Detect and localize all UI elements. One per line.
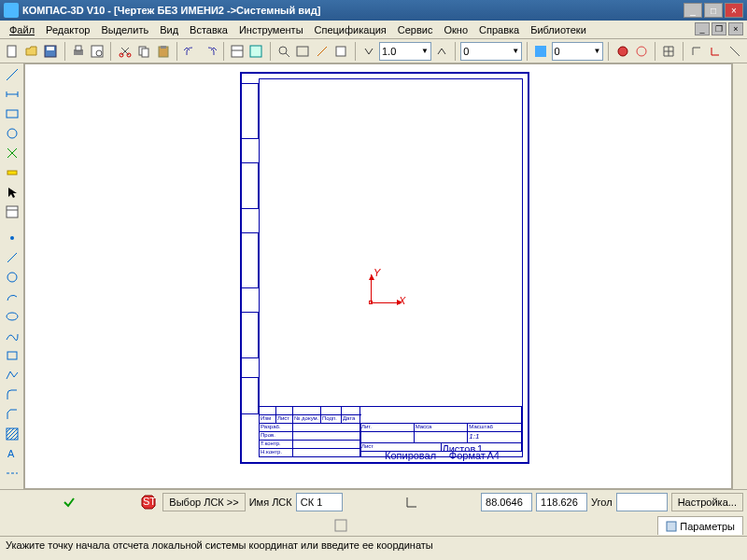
- svg-rect-15: [250, 46, 261, 57]
- undo-button[interactable]: [182, 41, 200, 62]
- mdi-minimize[interactable]: _: [695, 22, 710, 35]
- dimensions-tool[interactable]: [2, 85, 22, 104]
- measure-tool[interactable]: [2, 163, 22, 182]
- cut-button[interactable]: [116, 41, 134, 62]
- select-lcs-button[interactable]: Выбор ЛСК >>: [162, 493, 245, 511]
- zoom-fit-button[interactable]: [294, 41, 312, 62]
- svg-rect-23: [7, 110, 18, 118]
- menu-edit[interactable]: Редактор: [40, 22, 95, 37]
- text-tool[interactable]: A: [2, 444, 22, 463]
- preview-button[interactable]: [89, 41, 106, 62]
- menu-select[interactable]: Выделить: [95, 22, 154, 37]
- ortho-button[interactable]: [688, 41, 706, 62]
- svg-point-22: [637, 47, 646, 56]
- zoom-scale-button[interactable]: [314, 41, 331, 62]
- angle-input[interactable]: [616, 493, 668, 511]
- xy-icon[interactable]: [402, 493, 422, 511]
- state-input[interactable]: [463, 46, 510, 57]
- svg-point-24: [7, 129, 17, 138]
- redo-button[interactable]: [201, 41, 218, 62]
- menu-file[interactable]: Файл: [4, 22, 40, 37]
- scale-up[interactable]: [433, 41, 451, 62]
- statusbar: Укажите точку начала отсчета локальной с…: [0, 536, 747, 553]
- status-text: Укажите точку начала отсчета локальной с…: [6, 539, 433, 551]
- menu-window[interactable]: Окно: [438, 22, 473, 37]
- snap-end-button[interactable]: [613, 41, 631, 62]
- print-button[interactable]: [69, 41, 87, 62]
- drawing-canvas[interactable]: ИзмЛист№ докум.Подп.Дата Разраб. Пров. Т…: [24, 63, 732, 489]
- stop-button[interactable]: STOP: [138, 492, 159, 512]
- minimize-button[interactable]: _: [684, 3, 702, 18]
- vertical-scrollbar[interactable]: [732, 63, 747, 489]
- fillet-tool[interactable]: [2, 385, 22, 404]
- scale-combo[interactable]: ▼: [379, 42, 431, 61]
- settings-button[interactable]: Настройка...: [671, 493, 743, 511]
- circle-tool[interactable]: [2, 268, 22, 287]
- paste-button[interactable]: [154, 41, 172, 62]
- open-button[interactable]: [23, 41, 41, 62]
- new-button[interactable]: [4, 41, 21, 62]
- angle-label: Угол: [591, 497, 613, 508]
- coord-y-input[interactable]: [536, 493, 587, 511]
- state-combo[interactable]: ▼: [460, 42, 522, 61]
- sheet-frame: ИзмЛист№ докум.Подп.Дата Разраб. Пров. Т…: [240, 72, 529, 464]
- create-icon[interactable]: [59, 493, 79, 511]
- manager-button[interactable]: [229, 41, 247, 62]
- rect-tool[interactable]: [2, 346, 22, 365]
- notation-tool[interactable]: [2, 105, 22, 123]
- variables-button[interactable]: [247, 41, 265, 62]
- polyline-tool[interactable]: [2, 366, 22, 385]
- menu-view[interactable]: Вид: [154, 22, 184, 37]
- parameters-tab[interactable]: Параметры: [657, 516, 743, 535]
- color-swatch[interactable]: [532, 41, 550, 62]
- lcs-name-input[interactable]: [296, 493, 343, 511]
- mdi-close[interactable]: ×: [728, 22, 743, 35]
- grid-button[interactable]: [660, 41, 678, 62]
- point-tool[interactable]: [2, 229, 22, 247]
- menu-libs[interactable]: Библиотеки: [525, 22, 592, 37]
- copy-button[interactable]: [135, 41, 153, 62]
- axis-tool[interactable]: [2, 464, 22, 483]
- title-block-left: ИзмЛист№ докум.Подп.Дата Разраб. Пров. Т…: [259, 406, 361, 457]
- spec-tool[interactable]: [2, 203, 22, 221]
- ellipse-tool[interactable]: [2, 307, 22, 326]
- svg-rect-10: [142, 49, 148, 57]
- layer-combo[interactable]: ▼: [552, 42, 604, 61]
- coord-x-input[interactable]: [481, 493, 532, 511]
- window-title: КОМПАС-3D V10 - [Чертеж БЕЗ ИМЕНИ2 ->Сис…: [22, 5, 684, 16]
- zoom-window-button[interactable]: [275, 41, 293, 62]
- layer-input[interactable]: [555, 46, 592, 57]
- scale-input[interactable]: [382, 46, 419, 57]
- svg-rect-0: [7, 46, 16, 57]
- svg-rect-12: [161, 46, 166, 49]
- chamfer-tool[interactable]: [2, 405, 22, 424]
- svg-point-16: [279, 47, 287, 54]
- arc-tool[interactable]: [2, 287, 22, 306]
- spline-tool[interactable]: [2, 327, 22, 345]
- edit-tool[interactable]: [2, 124, 22, 143]
- lcs-button[interactable]: [707, 41, 725, 62]
- geometry-tool[interactable]: [2, 65, 22, 84]
- round-button[interactable]: [726, 41, 744, 62]
- pan-button[interactable]: [332, 41, 350, 62]
- line-tool[interactable]: [2, 248, 22, 267]
- svg-text:STOP: STOP: [143, 496, 157, 507]
- param-tool[interactable]: [2, 144, 22, 162]
- menu-tools[interactable]: Инструменты: [233, 22, 309, 37]
- auto-icon[interactable]: [331, 516, 351, 535]
- menu-service[interactable]: Сервис: [392, 22, 439, 37]
- menubar: Файл Редактор Выделить Вид Вставка Инстр…: [0, 21, 747, 39]
- snap-mid-button[interactable]: [633, 41, 651, 62]
- hatch-tool[interactable]: [2, 425, 22, 443]
- svg-text:A: A: [7, 448, 15, 459]
- menu-spec[interactable]: Спецификация: [309, 22, 392, 37]
- bottom-label: Копировал: [385, 450, 436, 461]
- select-tool[interactable]: [2, 183, 22, 202]
- mdi-restore[interactable]: ❐: [712, 22, 726, 35]
- save-button[interactable]: [42, 41, 60, 62]
- scale-down[interactable]: [359, 41, 377, 62]
- close-button[interactable]: ×: [725, 3, 743, 18]
- maximize-button[interactable]: □: [704, 3, 723, 18]
- menu-help[interactable]: Справка: [473, 22, 525, 37]
- menu-insert[interactable]: Вставка: [184, 22, 233, 37]
